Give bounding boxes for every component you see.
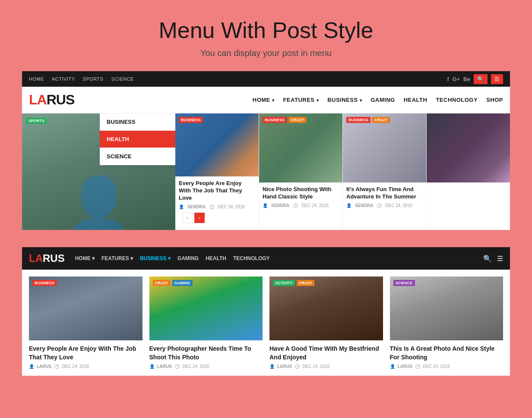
google-plus-icon[interactable]: G+ xyxy=(452,76,460,82)
card-meta-1: 👤 SENDRA 🕐 DEC 24, 2016 xyxy=(179,204,255,209)
gc-clock-icon-4: 🕐 xyxy=(415,364,420,369)
dark-nav: LARUS HOME ▾ FEATURES ▾ BUSINESS ▾ GAMIN… xyxy=(22,247,510,270)
gc-author-icon-2: 👤 xyxy=(149,364,155,369)
grid-card-1: BUSINESS Every People Are Enjoy With The… xyxy=(29,277,142,369)
dark-nav-right: 🔍 ☰ xyxy=(483,255,503,263)
logo2: LARUS xyxy=(29,252,65,264)
dark-nav-business[interactable]: BUSINESS ▾ xyxy=(140,255,171,261)
card-content-4 xyxy=(427,182,510,230)
search-button[interactable]: 🔍 xyxy=(474,74,488,84)
card-content-3: It's Always Fun Time And Advanture In Th… xyxy=(343,182,426,230)
top-nav-links: HOME ACTIVITY SPORTS SCIENCE xyxy=(29,76,134,82)
dropdown-item-health[interactable]: HEALTH xyxy=(100,131,175,148)
card-badges-3: BUSINESS CRAZY xyxy=(346,117,390,123)
featured-left-card: SPORTS BUSINESS HEALTH SCIENCE xyxy=(22,113,175,230)
grid-card-img-4: SCIENCE xyxy=(390,277,504,340)
card-meta-3: 👤 SENDRA 🕐 DEC 24, 2016 xyxy=(346,203,423,208)
clock-icon-1: 🕐 xyxy=(209,204,214,209)
next-page-btn[interactable]: › xyxy=(194,213,205,223)
article-card-2: BUSINESS CRAZY Nice Photo Shooting With … xyxy=(259,113,343,230)
dark-nav-gaming[interactable]: GAMING xyxy=(177,255,199,261)
bottom-grid: BUSINESS Every People Are Enjoy With The… xyxy=(22,270,510,376)
dark-nav-home[interactable]: HOME ▾ xyxy=(75,255,95,261)
nav-sports[interactable]: SPORTS xyxy=(83,76,104,82)
gc-author-name-4: LARUS xyxy=(398,364,412,369)
first-container: HOME ACTIVITY SPORTS SCIENCE f G+ Be 🔍 ☰… xyxy=(22,71,510,230)
clock-icon-2: 🕐 xyxy=(293,203,298,208)
card-img-1: BUSINESS xyxy=(175,113,259,176)
dark-search-icon[interactable]: 🔍 xyxy=(483,255,492,263)
logo: LARUS xyxy=(29,92,74,108)
nav-science[interactable]: SCIENCE xyxy=(111,76,134,82)
grid-card-badges-2: CRAZY GAMING xyxy=(153,280,193,286)
gc-badge-science-4: SCIENCE xyxy=(393,280,415,286)
card-badges-2: BUSINESS CRAZY xyxy=(263,117,306,123)
gc-author-name-1: LARUS xyxy=(37,364,51,369)
grid-card-title-3: Have A Good Time With My Bestfriend And … xyxy=(269,345,383,361)
page-subtitle: You can display your post in menu xyxy=(9,48,523,58)
gc-clock-icon-3: 🕐 xyxy=(294,364,300,369)
grid-card-badges-4: SCIENCE xyxy=(393,280,415,286)
dark-nav-features[interactable]: FEATURES ▾ xyxy=(101,255,133,261)
gc-badge-activity-3: ACTIVITY xyxy=(273,280,295,286)
nav-link-health[interactable]: HEALTH xyxy=(404,97,428,103)
nav-link-technology[interactable]: TECHNOLOGY xyxy=(436,97,478,103)
author-icon-3: 👤 xyxy=(346,203,352,208)
dark-nav-technology[interactable]: TECHNOLOGY xyxy=(233,255,270,261)
card-content-2: Nice Photo Shooting With Hand Classic St… xyxy=(259,182,342,230)
card-img-4 xyxy=(427,113,510,182)
grid-card-4: SCIENCE This Is A Great Photo And Nice S… xyxy=(390,277,504,369)
gc-author-icon-4: 👤 xyxy=(390,364,395,369)
badge-business-2: BUSINESS xyxy=(263,117,287,123)
gc-badge-gaming-2: GAMING xyxy=(172,280,193,286)
logo-nav: LARUS HOME ▾ FEATURES ▾ BUSINESS ▾ GAMIN… xyxy=(22,87,510,113)
dark-nav-health[interactable]: HEALTH xyxy=(206,255,226,261)
dropdown-menu: BUSINESS HEALTH SCIENCE xyxy=(100,113,175,165)
gc-author-name-3: LARUS xyxy=(277,364,292,369)
featured-section: SPORTS BUSINESS HEALTH SCIENCE BUSINESS … xyxy=(22,113,510,230)
clock-icon-3: 🕐 xyxy=(377,203,382,208)
badge-crazy-3: CRAZY xyxy=(372,117,390,123)
top-nav-right: f G+ Be 🔍 ☰ xyxy=(447,74,503,84)
date-1: DEC 24, 2016 xyxy=(218,204,245,209)
gc-badge-business-1: BUSINESS xyxy=(32,280,57,286)
card-meta-2: 👤 SENDRA 🕐 DEC 24, 2016 xyxy=(263,203,339,208)
grid-card-title-1: Every People Are Enjoy With The Job That… xyxy=(29,345,142,361)
behance-icon[interactable]: Be xyxy=(463,76,470,82)
gc-date-3: DEC 24, 2016 xyxy=(302,364,329,369)
badge-crazy-2: CRAZY xyxy=(288,117,306,123)
card-title-2: Nice Photo Shooting With Hand Classic St… xyxy=(263,186,339,201)
nav-link-features[interactable]: FEATURES ▾ xyxy=(283,97,319,103)
dark-menu-icon[interactable]: ☰ xyxy=(497,255,503,263)
logo2-rus: RUS xyxy=(43,252,65,264)
card-content-1: Every People Are Enjoy With The Job That… xyxy=(175,176,259,230)
menu-button[interactable]: ☰ xyxy=(491,74,503,84)
article-card-1: BUSINESS Every People Are Enjoy With The… xyxy=(175,113,259,230)
nav-activity[interactable]: ACTIVITY xyxy=(52,76,75,82)
page-title: Menu With Post Style xyxy=(9,17,523,43)
gc-badge-crazy-3: CRAZY xyxy=(297,280,314,286)
gc-badge-crazy-2: CRAZY xyxy=(153,280,171,286)
author-icon-1: 👤 xyxy=(179,204,184,209)
top-nav: HOME ACTIVITY SPORTS SCIENCE f G+ Be 🔍 ☰ xyxy=(22,71,510,87)
author-name-1: SENDRA xyxy=(187,204,206,209)
logo-la: LA xyxy=(29,92,47,107)
dropdown-item-science[interactable]: SCIENCE xyxy=(100,148,175,165)
nav-link-home[interactable]: HOME ▾ xyxy=(253,97,275,103)
grid-card-badges-1: BUSINESS xyxy=(32,280,57,286)
gc-author-icon-1: 👤 xyxy=(29,364,34,369)
prev-page-btn[interactable]: ‹ xyxy=(182,213,193,223)
nav-link-gaming[interactable]: GAMING xyxy=(370,97,395,103)
gc-date-1: DEC 24, 2016 xyxy=(62,364,89,369)
nav-home[interactable]: HOME xyxy=(29,76,44,82)
dropdown-item-business[interactable]: BUSINESS xyxy=(100,113,175,131)
author-name-3: SENDRA xyxy=(355,203,373,208)
article-card-4 xyxy=(427,113,510,230)
facebook-icon[interactable]: f xyxy=(447,76,449,82)
nav-link-business[interactable]: BUSINESS ▾ xyxy=(327,97,362,103)
nav-link-shop[interactable]: SHOP xyxy=(486,97,503,103)
pagination: ‹ › xyxy=(179,209,255,226)
author-icon-2: 👤 xyxy=(263,203,268,208)
card-img-3: BUSINESS CRAZY xyxy=(343,113,426,182)
gc-clock-icon-2: 🕐 xyxy=(174,364,180,369)
